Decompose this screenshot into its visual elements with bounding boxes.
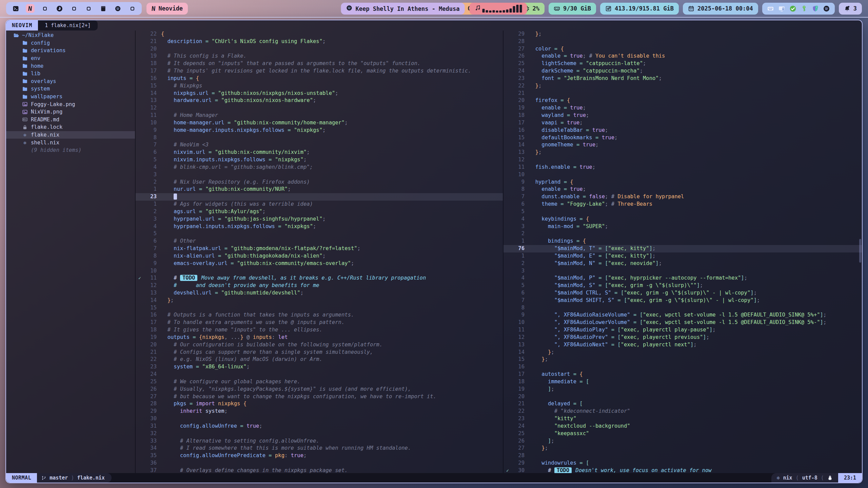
tree-item--NixFlake[interactable]: ~/NixFlake bbox=[6, 32, 135, 39]
code-line[interactable]: 10 ", XF86AudioLowerVolume" = ["exec, wp… bbox=[504, 319, 862, 326]
tree-item-system[interactable]: system bbox=[6, 85, 135, 93]
code-line[interactable]: 13 hardware.url = "github:nixos/nixos-ha… bbox=[136, 97, 503, 104]
code-line[interactable]: 5 "$mainMod, S" = ["exec, grim -g \"$(sl… bbox=[504, 282, 862, 289]
check-circle-tray-icon[interactable] bbox=[789, 5, 796, 12]
code-line[interactable]: 13 ", XF86AudioNext" = ["exec, playerctl… bbox=[504, 341, 862, 349]
notifications-pill[interactable]: 3 bbox=[839, 3, 862, 15]
editor-pane-right[interactable]: 29 };2827 color = {26 enable = true; # Y… bbox=[504, 30, 862, 473]
code-line[interactable]: 30 bbox=[136, 415, 503, 423]
code-line[interactable]: 5 nixvim.inputs.nixpkgs.follows = "nixpk… bbox=[136, 156, 503, 164]
code-line[interactable]: 35 config.allowUnfreePredicate = pkg: tr… bbox=[136, 452, 503, 460]
code-line[interactable]: 15 bbox=[136, 304, 503, 312]
code-line[interactable]: 6 theme = "Foggy-Lake"; # Three-Bears bbox=[504, 201, 862, 208]
code-line[interactable]: 21 bbox=[504, 90, 862, 97]
code-line[interactable]: 17 # The inputs' git revisions get locke… bbox=[136, 67, 503, 75]
code-line[interactable]: 14 gnomeTheme = true; bbox=[504, 141, 862, 149]
neovim-sidebar-tab[interactable]: NEOVIM bbox=[6, 20, 38, 30]
code-line[interactable]: 8 bbox=[504, 304, 862, 312]
shield-tray-icon[interactable] bbox=[812, 5, 819, 12]
code-line[interactable]: 7 dunst.enable = false; # Disable for hy… bbox=[504, 193, 862, 201]
tree-item-derivations[interactable]: derivations bbox=[6, 47, 135, 55]
code-line[interactable]: 29 inherit system; bbox=[136, 408, 503, 415]
code-line[interactable]: 5 bbox=[504, 208, 862, 216]
code-line[interactable]: 13 }; bbox=[504, 149, 862, 156]
code-line[interactable]: 19 enable = true; bbox=[504, 104, 862, 112]
code-line[interactable]: 26 ]; bbox=[504, 438, 862, 445]
code-line[interactable]: 28 pkgs = import nixpkgs { bbox=[136, 400, 503, 408]
code-line[interactable]: 12 bbox=[136, 104, 503, 112]
code-line[interactable]: 24 bbox=[136, 371, 503, 378]
code-line[interactable]: 36 bbox=[136, 460, 503, 467]
buffer-tab-flake-nix[interactable]: 1 flake.nix[2+] bbox=[38, 20, 97, 30]
disk-pill[interactable]: 413.19/915.81 GiB bbox=[600, 3, 679, 15]
code-line[interactable]: 2 "$mainMod, N" = ["exec, neovide"]; bbox=[504, 260, 862, 267]
code-line[interactable]: 25 "keepassxc" bbox=[504, 430, 862, 438]
code-line[interactable]: 31 config.allowUnfree = true; bbox=[136, 423, 503, 430]
tree-item--9-hidden-items-[interactable]: (9 hidden items) bbox=[6, 146, 135, 154]
code-line[interactable]: 20 bbox=[136, 45, 503, 53]
code-line[interactable]: 15 }; bbox=[504, 356, 862, 363]
code-line[interactable]: 25 lightScheme = "catppuccin-latte"; bbox=[504, 60, 862, 67]
code-line[interactable]: 3 bbox=[136, 171, 503, 179]
code-line[interactable]: 7 nix-flatpak.url = "github:gmodena/nix-… bbox=[136, 245, 503, 252]
code-line[interactable]: 21 description = "ChUrl's NixOS config u… bbox=[136, 38, 503, 45]
zen-workspace[interactable] bbox=[55, 4, 64, 13]
code-line[interactable]: 15 defaultBookmarks = true; bbox=[504, 134, 862, 142]
tree-item-config[interactable]: config bbox=[6, 39, 135, 47]
code-line[interactable]: 28 bbox=[504, 452, 862, 460]
code-line[interactable]: 22 # e.g. NixOS (linux) and MacOS (darwi… bbox=[136, 356, 503, 363]
code-line[interactable]: 23 "kitty" bbox=[504, 415, 862, 423]
code-line[interactable]: 1 nur.url = "github:nix-community/NUR"; bbox=[136, 186, 503, 193]
code-line[interactable]: 26 # Usually, "nixpkgs.legacyPackages.${… bbox=[136, 386, 503, 393]
key-tray-icon[interactable] bbox=[801, 5, 808, 12]
code-line[interactable]: 27 # but because we want to change the n… bbox=[136, 393, 503, 401]
code-line[interactable]: 24 "nextcloud --background" bbox=[504, 423, 862, 430]
code-line[interactable]: 4 # blink-cmp.url = "github:saghen/blink… bbox=[136, 164, 503, 171]
code-line[interactable]: 7 # NeoVim <3 bbox=[136, 141, 503, 149]
tree-item-overlays[interactable]: overlays bbox=[6, 78, 135, 85]
code-line[interactable]: 9 emacs-overlay.url = "github:nix-commun… bbox=[136, 260, 503, 267]
code-line[interactable]: 12 bbox=[504, 156, 862, 164]
code-line[interactable]: 7 "$mainMod SHIFT, S" = ["exec, grim -g … bbox=[504, 297, 862, 304]
code-line[interactable]: 11 # Home Manager bbox=[136, 112, 503, 119]
tree-item-wallpapers[interactable]: wallpapers bbox=[6, 93, 135, 101]
code-line[interactable]: 10 bbox=[136, 267, 503, 275]
code-line[interactable]: 2 ags.url = "github:Aylur/ags"; bbox=[136, 208, 503, 216]
code-line[interactable]: 24 darkScheme = "catppuccin-mocha"; bbox=[504, 67, 862, 75]
code-line[interactable]: 15 # Nixpkgs bbox=[136, 82, 503, 90]
code-line[interactable]: 21 # Configs can support more than a sin… bbox=[136, 349, 503, 356]
code-line[interactable]: 22{ bbox=[136, 30, 503, 38]
code-line[interactable]: 27 color = { bbox=[504, 45, 862, 53]
spotify-tray-icon[interactable] bbox=[823, 5, 830, 12]
code-line[interactable]: 5 bbox=[136, 230, 503, 238]
code-line[interactable]: 17 vaapi = true; bbox=[504, 119, 862, 127]
keyboard-tray-icon[interactable] bbox=[767, 5, 774, 12]
now-playing-pill[interactable]: Keep Shelly In Athens - Medusa bbox=[341, 3, 465, 15]
code-line[interactable]: 19 # This config is a Flake. bbox=[136, 53, 503, 60]
code-line[interactable]: 28 bbox=[504, 38, 862, 45]
tree-item-flake.lock[interactable]: flake.lock bbox=[6, 123, 135, 131]
code-line[interactable]: 17 # To handle extra arguments we use th… bbox=[136, 319, 503, 326]
code-line[interactable]: 12 ", XF86AudioPrev" = ["exec, playerctl… bbox=[504, 334, 862, 341]
code-line[interactable]: 1 bindings = { bbox=[504, 238, 862, 245]
code-line[interactable]: 37 # Overlays define changes in the nixp… bbox=[136, 467, 503, 473]
code-line[interactable]: 76 "$mainMod, T" = ["exec, kitty"]; bbox=[504, 245, 862, 252]
code-line[interactable]: 20 bbox=[504, 393, 862, 401]
empty-workspace[interactable] bbox=[70, 4, 78, 13]
code-line[interactable]: 16 # Outputs is a function that takes th… bbox=[136, 311, 503, 319]
code-line[interactable]: 26 enable = true; # You can't disable th… bbox=[504, 53, 862, 60]
code-line[interactable]: 4 keybindings = { bbox=[504, 216, 862, 223]
code-line[interactable]: 8 nix-alien.url = "github:thiagokokada/n… bbox=[136, 252, 503, 260]
code-line[interactable]: 22 # "kdeconnect-indicator" bbox=[504, 408, 862, 415]
code-line[interactable]: 1 "$mainMod, E" = ["exec, kitty"]; bbox=[504, 252, 862, 260]
code-line[interactable]: 19 outputs = {nixpkgs, ...} @ inputs: le… bbox=[136, 334, 503, 341]
date-pill[interactable]: 2025-06-18 00:04 bbox=[683, 3, 758, 15]
code-line[interactable]: ✓30 # TODO Doesn't work, use focus_on_ac… bbox=[504, 467, 862, 473]
code-line[interactable]: 18 # It depends on "inputs" that are pas… bbox=[136, 60, 503, 67]
code-line[interactable]: 18 immediate = [ bbox=[504, 378, 862, 386]
neovide-workspace-active[interactable]: N bbox=[26, 4, 35, 13]
code-line[interactable]: 10 home-manager.url = "github:nix-commun… bbox=[136, 119, 503, 127]
tree-item-shell.nix[interactable]: ✻shell.nix bbox=[6, 139, 135, 146]
code-line[interactable]: 20 # Our configuration is buildable on t… bbox=[136, 341, 503, 349]
code-line[interactable]: 23 bbox=[136, 193, 503, 201]
